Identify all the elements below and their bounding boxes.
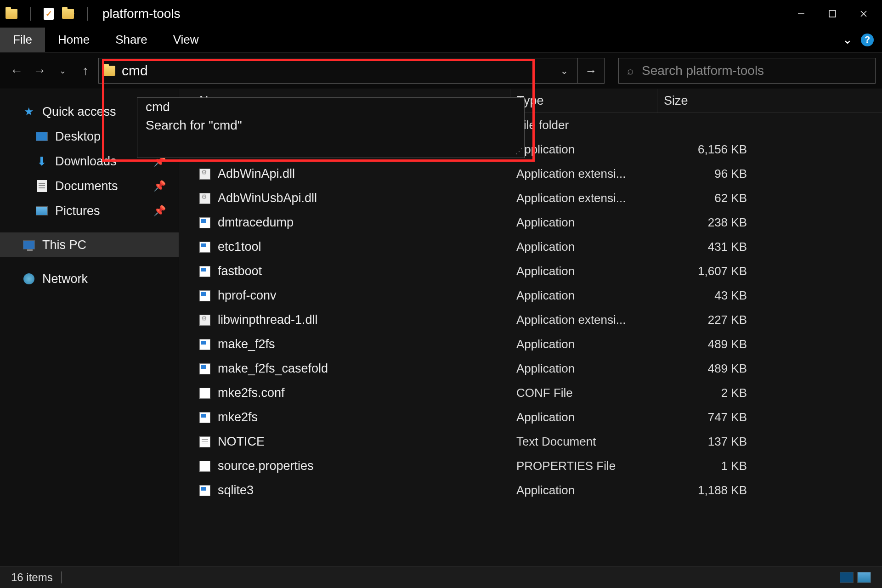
file-row[interactable]: sqlite3Application1,188 KB xyxy=(179,478,882,503)
close-button[interactable] xyxy=(848,2,879,25)
details-view-button[interactable] xyxy=(840,572,854,583)
document-icon xyxy=(37,180,47,192)
new-folder-icon[interactable] xyxy=(62,9,74,19)
address-bar[interactable] xyxy=(98,58,551,84)
sidebar-item-label: Documents xyxy=(55,179,118,193)
address-input[interactable] xyxy=(122,63,546,79)
search-box[interactable]: ⌕ Search platform-tools xyxy=(618,58,876,84)
file-size: 6,156 KB xyxy=(657,142,763,157)
file-icon xyxy=(199,339,210,350)
file-list[interactable]: systraceFile folderadbApplication6,156 K… xyxy=(179,113,882,566)
title-bar: ▾ platform-tools xyxy=(0,0,882,28)
file-name: etc1tool xyxy=(218,240,261,254)
properties-icon[interactable] xyxy=(44,8,54,20)
file-type: Application extensi... xyxy=(510,191,657,205)
search-icon: ⌕ xyxy=(627,64,633,77)
file-name: make_f2fs_casefold xyxy=(218,362,328,376)
status-bar: 16 items xyxy=(0,566,882,588)
file-icon xyxy=(199,217,210,228)
file-size: 96 KB xyxy=(657,167,763,181)
file-icon xyxy=(199,436,210,447)
ribbon-expand-icon[interactable]: ⌄ xyxy=(842,33,853,47)
file-type: Application xyxy=(510,240,657,254)
file-row[interactable]: AdbWinApi.dllApplication extensi...96 KB xyxy=(179,162,882,186)
address-go-button[interactable]: → xyxy=(578,58,605,84)
file-size: 431 KB xyxy=(657,240,763,254)
file-size: 747 KB xyxy=(657,410,763,424)
help-button[interactable]: ? xyxy=(861,34,874,46)
file-row[interactable]: NOTICEText Document137 KB xyxy=(179,430,882,454)
sidebar-item-label: Desktop xyxy=(55,130,101,144)
file-name: AdbWinApi.dll xyxy=(218,167,295,181)
folder-icon xyxy=(103,66,115,76)
forward-button[interactable]: → xyxy=(29,61,50,81)
file-name: source.properties xyxy=(218,459,314,473)
file-row[interactable]: make_f2fsApplication489 KB xyxy=(179,332,882,356)
file-name: AdbWinUsbApi.dll xyxy=(218,191,317,205)
nav-row: ← → ⌄ ↑ ⌄ → ⌕ Search platform-tools xyxy=(0,52,882,89)
file-row[interactable]: mke2fs.confCONF File2 KB xyxy=(179,381,882,405)
maximize-button[interactable] xyxy=(817,2,848,25)
file-row[interactable]: libwinpthread-1.dllApplication extensi..… xyxy=(179,308,882,332)
file-type: Application xyxy=(510,215,657,230)
file-size: 1,607 KB xyxy=(657,264,763,278)
file-icon xyxy=(199,461,210,472)
up-button[interactable]: ↑ xyxy=(75,61,96,81)
pin-icon: 📌 xyxy=(153,180,166,192)
status-count: 16 items xyxy=(11,571,53,584)
file-row[interactable]: mke2fsApplication747 KB xyxy=(179,405,882,430)
file-icon xyxy=(199,412,210,423)
column-header-size[interactable]: Size xyxy=(657,89,763,113)
star-icon: ★ xyxy=(23,106,35,118)
network-icon xyxy=(23,273,34,284)
file-size: 238 KB xyxy=(657,215,763,230)
file-type: Application xyxy=(510,410,657,424)
tab-share[interactable]: Share xyxy=(102,28,160,52)
file-row[interactable]: dmtracedumpApplication238 KB xyxy=(179,210,882,235)
file-size: 1,188 KB xyxy=(657,483,763,498)
file-type: PROPERTIES File xyxy=(510,459,657,473)
separator xyxy=(30,7,31,21)
back-button[interactable]: ← xyxy=(6,61,27,81)
sidebar-item-label: This PC xyxy=(42,238,86,252)
file-row[interactable]: fastbootApplication1,607 KB xyxy=(179,259,882,283)
content-area: ★ Quick access Desktop 📌 ⬇ Downloads 📌 D… xyxy=(0,89,882,566)
sidebar-item-label: Quick access xyxy=(42,105,116,119)
file-icon xyxy=(199,169,210,180)
suggestion-item[interactable]: Search for "cmd" xyxy=(137,116,524,135)
sidebar-item-documents[interactable]: Documents 📌 xyxy=(0,174,179,198)
resize-grip-icon[interactable]: ⋰ xyxy=(515,147,521,156)
file-type: CONF File xyxy=(510,386,657,400)
recent-dropdown[interactable]: ⌄ xyxy=(52,61,73,81)
sidebar-item-this-pc[interactable]: This PC xyxy=(0,232,179,257)
file-size: 489 KB xyxy=(657,337,763,351)
sidebar-item-label: Pictures xyxy=(55,204,100,218)
tab-file[interactable]: File xyxy=(0,28,45,52)
file-name: dmtracedump xyxy=(218,215,294,230)
file-row[interactable]: hprof-convApplication43 KB xyxy=(179,283,882,308)
file-size: 227 KB xyxy=(657,313,763,327)
file-size: 137 KB xyxy=(657,435,763,449)
file-name: libwinpthread-1.dll xyxy=(218,313,318,327)
minimize-button[interactable] xyxy=(786,2,817,25)
file-row[interactable]: make_f2fs_casefoldApplication489 KB xyxy=(179,356,882,381)
pc-icon xyxy=(23,240,35,249)
file-type: File folder xyxy=(510,118,657,132)
thumbnails-view-button[interactable] xyxy=(857,572,871,583)
tab-view[interactable]: View xyxy=(160,28,212,52)
tab-home[interactable]: Home xyxy=(45,28,102,52)
file-icon xyxy=(199,266,210,277)
address-history-button[interactable]: ⌄ xyxy=(551,58,578,84)
column-header-type[interactable]: Type xyxy=(510,89,657,113)
file-icon xyxy=(199,193,210,204)
file-row[interactable]: AdbWinUsbApi.dllApplication extensi...62… xyxy=(179,186,882,210)
sidebar-item-network[interactable]: Network xyxy=(0,266,179,291)
file-row[interactable]: etc1toolApplication431 KB xyxy=(179,235,882,259)
download-icon: ⬇ xyxy=(36,155,48,167)
file-icon xyxy=(199,242,210,253)
file-icon xyxy=(199,290,210,301)
file-row[interactable]: source.propertiesPROPERTIES File1 KB xyxy=(179,454,882,478)
sidebar-item-pictures[interactable]: Pictures 📌 xyxy=(0,198,179,223)
suggestion-item[interactable]: cmd xyxy=(137,98,524,116)
sidebar-item-label: Network xyxy=(42,272,88,286)
